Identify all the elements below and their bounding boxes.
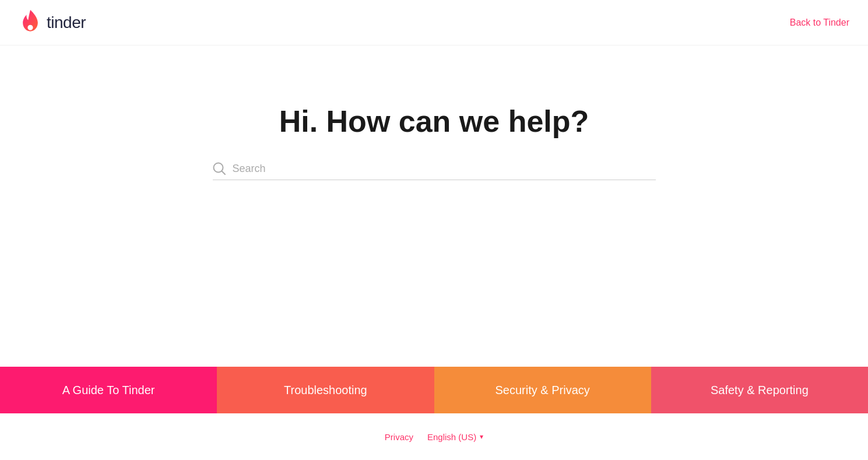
privacy-link[interactable]: Privacy xyxy=(385,432,413,442)
language-selector[interactable]: English (US) ▾ xyxy=(427,432,483,442)
hero-title: Hi. How can we help? xyxy=(279,104,589,139)
category-security-label: Security & Privacy xyxy=(495,384,589,397)
category-troubleshooting-label: Troubleshooting xyxy=(284,384,367,397)
category-card-troubleshooting[interactable]: Troubleshooting xyxy=(217,367,434,413)
category-card-safety[interactable]: Safety & Reporting xyxy=(651,367,868,413)
language-label: English (US) xyxy=(427,432,476,442)
logo-text: tinder xyxy=(47,13,86,32)
tinder-flame-icon xyxy=(19,10,42,36)
category-card-guide[interactable]: A Guide To Tinder xyxy=(0,367,217,413)
logo[interactable]: tinder xyxy=(19,10,86,36)
chevron-down-icon: ▾ xyxy=(480,433,483,441)
categories-section: A Guide To Tinder Troubleshooting Securi… xyxy=(0,367,868,413)
category-safety-label: Safety & Reporting xyxy=(711,384,809,397)
search-icon xyxy=(213,162,226,175)
search-input[interactable] xyxy=(233,163,656,175)
main-content: Hi. How can we help? xyxy=(0,45,868,367)
search-container xyxy=(213,162,656,180)
category-guide-label: A Guide To Tinder xyxy=(62,384,155,397)
back-to-tinder-link[interactable]: Back to Tinder xyxy=(790,17,849,28)
footer: Privacy English (US) ▾ xyxy=(0,413,868,460)
category-card-security[interactable]: Security & Privacy xyxy=(434,367,651,413)
header: tinder Back to Tinder xyxy=(0,0,868,45)
svg-line-1 xyxy=(222,171,225,175)
